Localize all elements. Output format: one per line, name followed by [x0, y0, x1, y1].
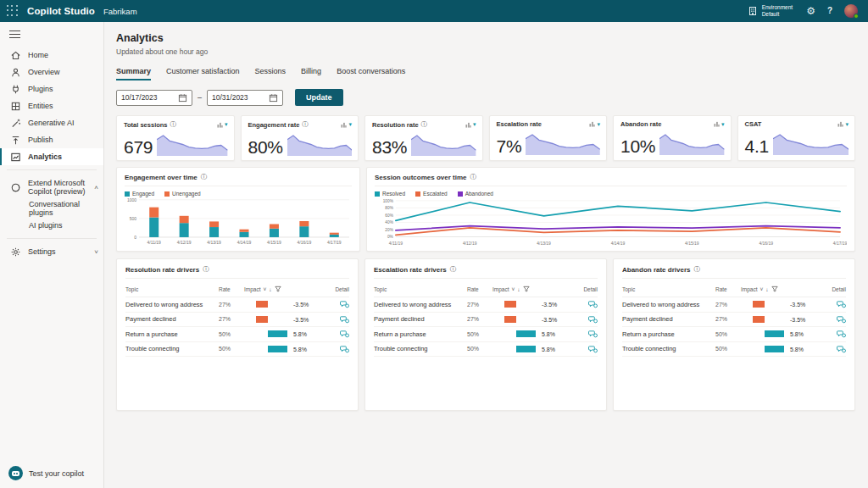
legend-item-engaged: Engaged [125, 191, 154, 197]
tab-customer-satisfaction[interactable]: Customer satisfaction [166, 67, 240, 80]
session-detail-icon [837, 345, 846, 353]
help-icon[interactable]: ? [827, 7, 832, 15]
update-button[interactable]: Update [295, 89, 343, 106]
info-icon[interactable]: ⓘ [450, 265, 457, 274]
info-icon[interactable]: ⓘ [421, 120, 428, 129]
sidebar-item-publish[interactable]: Publish [0, 131, 103, 148]
calendar-icon[interactable] [269, 93, 278, 103]
session-detail-icon [588, 300, 598, 308]
kpi-options-dropdown[interactable]: ▾ [589, 121, 600, 128]
sidebar-item-extend-copilot[interactable]: Extend Microsoft Copilot (preview) ˄ [0, 175, 103, 200]
chevron-down-icon[interactable]: ˅ [760, 286, 764, 292]
sidebar-item-overview[interactable]: Overview [0, 64, 103, 80]
info-icon[interactable]: ⓘ [470, 173, 476, 181]
col-topic: Topic [125, 286, 219, 292]
detail-button[interactable] [340, 330, 349, 338]
detail-button[interactable] [837, 345, 846, 353]
impact-cell: 5.8% [492, 342, 576, 357]
kpi-sparkline [526, 130, 600, 156]
impact-cell: 5.8% [244, 327, 327, 341]
chevron-down-icon[interactable]: ˅ [512, 286, 515, 292]
calendar-icon[interactable] [178, 93, 187, 103]
environment-picker[interactable]: Environment Default [748, 4, 793, 18]
start-date-input[interactable]: 10/17/2023 [116, 90, 192, 106]
chart-title: Session outcomes over time [375, 174, 466, 181]
kpi-options-dropdown[interactable]: ▾ [217, 121, 228, 128]
home-icon [10, 50, 21, 61]
info-icon[interactable]: ⓘ [203, 265, 209, 274]
chevron-down-icon: ▾ [473, 121, 476, 128]
detail-button[interactable] [837, 315, 846, 324]
topic-cell: Delivered to wrong address [125, 301, 219, 308]
tab-boost-conversations[interactable]: Boost conversations [337, 67, 405, 80]
driver-table-card: Abandon rate drivers ⓘ Topic Rate Impact… [613, 258, 855, 411]
svg-text:4/14/19: 4/14/19 [611, 241, 626, 246]
collapse-nav-icon[interactable] [9, 30, 20, 38]
sidebar-item-entities[interactable]: Entities [0, 97, 103, 114]
sidebar-item-home[interactable]: Home [0, 47, 103, 64]
session-detail-icon [837, 330, 846, 338]
driver-table-card: Escalation rate drivers ⓘ Topic Rate Imp… [364, 258, 607, 411]
info-icon[interactable]: ⓘ [170, 120, 177, 129]
wand-icon [10, 118, 21, 129]
legend-item-abandoned: Abandoned [458, 191, 493, 197]
impact-bar [516, 346, 536, 352]
detail-button[interactable] [340, 300, 349, 308]
chevron-up-icon[interactable]: ˄ [94, 184, 98, 191]
chevron-down-icon[interactable]: ˅ [94, 248, 98, 256]
kpi-value: 80% [248, 137, 283, 157]
table-header-row: Topic Rate Impact ˅ ↓ Detail [374, 279, 598, 297]
info-icon[interactable]: ⓘ [302, 120, 309, 129]
app-launcher-icon[interactable] [7, 5, 19, 17]
kpi-options-dropdown[interactable]: ▾ [341, 121, 352, 128]
sidebar-item-conversational-plugins[interactable]: Conversational plugins [0, 200, 103, 217]
filter-icon[interactable] [771, 286, 778, 292]
date-range-separator: – [198, 93, 202, 102]
kpi-options-dropdown[interactable]: ▾ [837, 121, 849, 128]
detail-button[interactable] [837, 330, 846, 338]
sort-descending-icon[interactable]: ↓ [269, 286, 271, 292]
kpi-value: 679 [124, 137, 153, 157]
person-icon [10, 67, 21, 78]
info-icon[interactable]: ⓘ [693, 265, 700, 274]
settings-gear-icon[interactable]: ⚙ [806, 6, 815, 16]
detail-button[interactable] [588, 330, 598, 338]
kpi-options-dropdown[interactable]: ▾ [714, 121, 725, 128]
tab-summary[interactable]: Summary [116, 67, 151, 80]
tables-row: Resolution rate drivers ⓘ Topic Rate Imp… [116, 258, 855, 411]
entities-grid-icon [10, 101, 21, 112]
test-copilot-button[interactable]: Test your copilot [8, 466, 84, 480]
filter-icon[interactable] [523, 286, 530, 292]
impact-cell: -3.5% [492, 297, 576, 312]
info-icon[interactable]: ⓘ [201, 173, 208, 181]
table-header-row: Topic Rate Impact ˅ ↓ Detail [622, 279, 846, 297]
publish-icon [10, 135, 21, 146]
sidebar-item-generative-ai[interactable]: Generative AI [0, 114, 103, 131]
sidebar-item-settings[interactable]: Settings ˅ [0, 243, 103, 260]
sort-descending-icon[interactable]: ↓ [517, 286, 520, 292]
detail-button[interactable] [588, 300, 598, 308]
tab-sessions[interactable]: Sessions [255, 67, 287, 80]
plugin-icon [10, 84, 21, 95]
detail-button[interactable] [588, 315, 598, 324]
user-avatar[interactable] [844, 4, 858, 18]
kpi-options-dropdown[interactable]: ▾ [465, 121, 476, 128]
sidebar-item-ai-plugins[interactable]: AI plugins [0, 217, 103, 234]
table-body: Delivered to wrong address 27% -3.5% Pay… [125, 297, 349, 357]
tab-billing[interactable]: Billing [301, 67, 321, 80]
detail-button[interactable] [588, 345, 598, 353]
end-date-input[interactable]: 10/31/2023 [207, 90, 283, 106]
detail-button[interactable] [340, 315, 349, 324]
impact-cell: -3.5% [741, 297, 824, 312]
mini-chart-icon [341, 122, 347, 128]
filter-icon[interactable] [275, 286, 281, 292]
chevron-down-icon[interactable]: ˅ [264, 286, 267, 292]
session-detail-icon [837, 300, 846, 308]
driver-table-card: Resolution rate drivers ⓘ Topic Rate Imp… [116, 258, 359, 411]
detail-button[interactable] [837, 300, 846, 308]
detail-button[interactable] [340, 345, 349, 353]
table-row: Delivered to wrong address 27% -3.5% [125, 297, 349, 313]
sort-descending-icon[interactable]: ↓ [765, 286, 768, 292]
sidebar-item-plugins[interactable]: Plugins [0, 80, 103, 97]
sidebar-item-analytics[interactable]: Analytics [0, 148, 103, 165]
